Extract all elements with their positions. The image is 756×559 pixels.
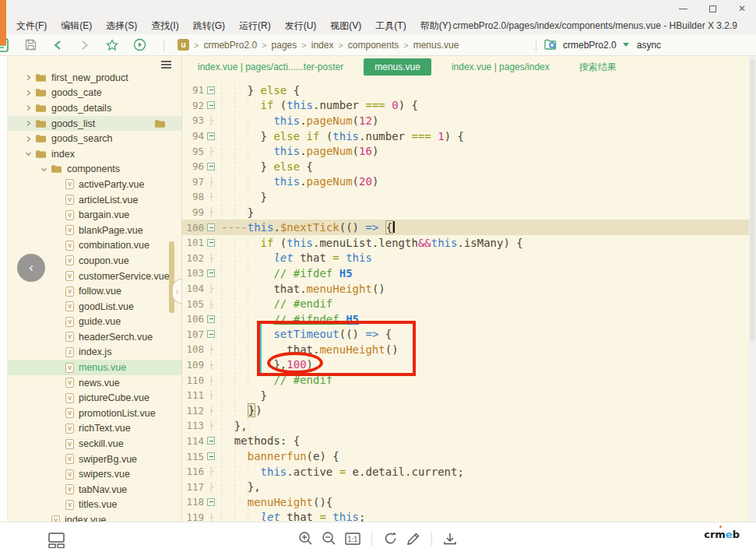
fold-marker-icon[interactable] xyxy=(206,132,216,140)
menu-item[interactable]: 帮助(Y) xyxy=(413,19,459,33)
fold-marker-icon[interactable] xyxy=(206,315,216,323)
fold-box[interactable] xyxy=(207,315,215,323)
star-icon[interactable] xyxy=(105,38,119,52)
code-line-100[interactable]: 100----this.$nextTick(() => { xyxy=(182,220,749,235)
tree-item-index.js[interactable]: Jindex.js xyxy=(8,345,181,360)
code-line-93[interactable]: 93├ this.pageNum(12) xyxy=(182,113,749,128)
tree-item-index.vue[interactable]: Vindex.vue xyxy=(8,512,181,522)
collapse-sidebar-button[interactable]: ‹ xyxy=(17,254,45,282)
tab--[interactable]: 搜索结果 xyxy=(573,58,623,77)
fold-marker-icon[interactable] xyxy=(206,239,216,247)
fold-marker-icon[interactable] xyxy=(206,101,216,109)
code-line-98[interactable]: 98├ } xyxy=(182,189,749,205)
tab-index-vue-pages-acti-ter-poster[interactable]: index.vue | pages/acti......ter-poster xyxy=(192,58,350,76)
sidebar-menu-icon[interactable] xyxy=(161,61,171,70)
fold-box[interactable] xyxy=(207,498,215,506)
code-line-101[interactable]: 101 if (this.menuList.length&&this.isMan… xyxy=(182,235,749,251)
tree-item-goods-search[interactable]: goods_search xyxy=(8,131,181,146)
fold-marker-icon[interactable] xyxy=(206,452,216,460)
tree-item-seckill.vue[interactable]: Vseckill.vue xyxy=(8,436,181,452)
menu-item[interactable]: 视图(V) xyxy=(323,19,368,33)
breadcrumb-item[interactable]: components xyxy=(348,40,399,51)
tree-item-goods-details[interactable]: goods_details xyxy=(8,100,181,116)
menu-item[interactable]: 查找(I) xyxy=(144,19,185,33)
code-line-102[interactable]: 102├ let that = this xyxy=(182,251,749,266)
project-search-icon[interactable] xyxy=(544,38,558,52)
tree-item-menus.vue[interactable]: Vmenus.vue xyxy=(8,360,181,375)
tree-item-swiperbg.vue[interactable]: VswiperBg.vue xyxy=(8,452,181,467)
tree-item-richtext.vue[interactable]: VrichText.vue xyxy=(8,421,181,437)
fold-box[interactable] xyxy=(207,269,215,277)
tree-item-news.vue[interactable]: Vnews.vue xyxy=(8,375,181,391)
project-selector[interactable]: crmebPro2.0 xyxy=(563,40,617,51)
tab-menus-vue[interactable]: menus.vue xyxy=(364,58,431,76)
code-line-92[interactable]: 92 if (this.number === 0) { xyxy=(182,98,749,114)
tree-item-swipers.vue[interactable]: Vswipers.vue xyxy=(8,466,181,482)
breadcrumb-item[interactable]: index xyxy=(311,40,334,51)
breadcrumb-item[interactable]: pages xyxy=(272,40,297,51)
fold-marker-icon[interactable] xyxy=(206,498,216,506)
back-icon[interactable] xyxy=(51,38,65,52)
code-line-112[interactable]: 112├ }) xyxy=(182,403,749,418)
tree-item-goods-cate[interactable]: goods_cate xyxy=(8,86,181,101)
fold-marker-icon[interactable] xyxy=(206,223,216,231)
tree-item-components[interactable]: components xyxy=(8,162,181,178)
tree-item-picturecube.vue[interactable]: VpictureCube.vue xyxy=(8,390,181,406)
close-button[interactable]: ✕ xyxy=(737,4,747,13)
menu-item[interactable]: 工具(T) xyxy=(368,19,413,33)
code-line-104[interactable]: 104├ that.menuHeight() xyxy=(182,281,749,297)
fold-marker-icon[interactable] xyxy=(206,437,216,445)
code-line-105[interactable]: 105├ // #endif xyxy=(182,296,749,311)
code-line-116[interactable]: 116├ this.active = e.detail.current; xyxy=(182,464,749,480)
tree-item-blankpage.vue[interactable]: VblankPage.vue xyxy=(8,223,181,238)
code-line-91[interactable]: 91 } else { xyxy=(182,83,749,98)
tab-index-vue-pages-index[interactable]: index.vue | pages/index xyxy=(445,58,556,76)
tree-item-index[interactable]: index xyxy=(8,146,181,162)
fold-marker-icon[interactable] xyxy=(206,86,216,94)
code-line-94[interactable]: 94 } else if (this.number === 1) { xyxy=(182,128,749,144)
tree-item-promotionlist.vue[interactable]: VpromotionList.vue xyxy=(8,406,181,421)
fold-box[interactable] xyxy=(207,330,215,338)
refresh-icon[interactable] xyxy=(383,531,398,546)
chevron-right-icon[interactable] xyxy=(25,120,35,127)
tree-item-follow.vue[interactable]: Vfollow.vue xyxy=(8,283,181,299)
tree-item-activeparty.vue[interactable]: VactiveParty.vue xyxy=(8,177,181,192)
chevron-down-icon[interactable] xyxy=(40,166,51,173)
code-line-111[interactable]: 111├ } xyxy=(182,388,749,403)
tree-item-tabnav.vue[interactable]: VtabNav.vue xyxy=(8,482,181,497)
fold-box[interactable] xyxy=(207,132,215,140)
minimize-button[interactable] xyxy=(678,4,687,13)
editor-scrollbar[interactable] xyxy=(749,56,756,522)
screen-layout-icon[interactable] xyxy=(48,533,67,548)
code-line-119[interactable]: 119├ let that = this; xyxy=(182,510,749,522)
code-line-96[interactable]: 96 } else { xyxy=(182,159,749,174)
code-line-99[interactable]: 99├ } xyxy=(182,205,749,220)
fold-box[interactable] xyxy=(207,86,215,94)
tree-item-headerserch.vue[interactable]: VheaderSerch.vue xyxy=(8,329,181,345)
download-icon[interactable] xyxy=(443,532,457,546)
code-line-113[interactable]: 113├ }, xyxy=(182,418,749,434)
menu-item[interactable]: 文件(F) xyxy=(9,19,54,33)
tree-item-guide.vue[interactable]: Vguide.vue xyxy=(8,315,181,330)
fold-box[interactable] xyxy=(207,163,215,171)
fold-box[interactable] xyxy=(207,239,215,247)
code-line-103[interactable]: 103 // #ifdef H5 xyxy=(182,265,749,281)
fold-box[interactable] xyxy=(207,437,215,445)
chevron-right-icon[interactable] xyxy=(25,74,35,81)
chevron-down-icon[interactable] xyxy=(25,150,35,157)
menu-item[interactable]: 选择(S) xyxy=(99,19,144,33)
sidebar-resize-handle[interactable]: ‹ xyxy=(172,279,181,304)
fold-box[interactable] xyxy=(207,223,215,231)
code-line-118[interactable]: 118 menuHeight(){ xyxy=(182,494,749,510)
chevron-right-icon[interactable] xyxy=(25,104,35,111)
fold-box[interactable] xyxy=(207,452,215,460)
tree-item-goodlist.vue[interactable]: VgoodList.vue xyxy=(8,299,181,315)
chevron-right-icon[interactable] xyxy=(25,90,35,97)
zoom-out-icon[interactable] xyxy=(322,531,336,546)
fold-marker-icon[interactable] xyxy=(206,163,216,171)
code-line-97[interactable]: 97├ this.pageNum(20) xyxy=(182,174,749,190)
tree-item-bargain.vue[interactable]: Vbargain.vue xyxy=(8,207,181,223)
editor-scrollbar-thumb[interactable] xyxy=(750,59,755,341)
breadcrumb-item[interactable]: menus.vue xyxy=(413,40,459,51)
breadcrumb-item[interactable]: crmebPro2.0 xyxy=(203,40,257,51)
